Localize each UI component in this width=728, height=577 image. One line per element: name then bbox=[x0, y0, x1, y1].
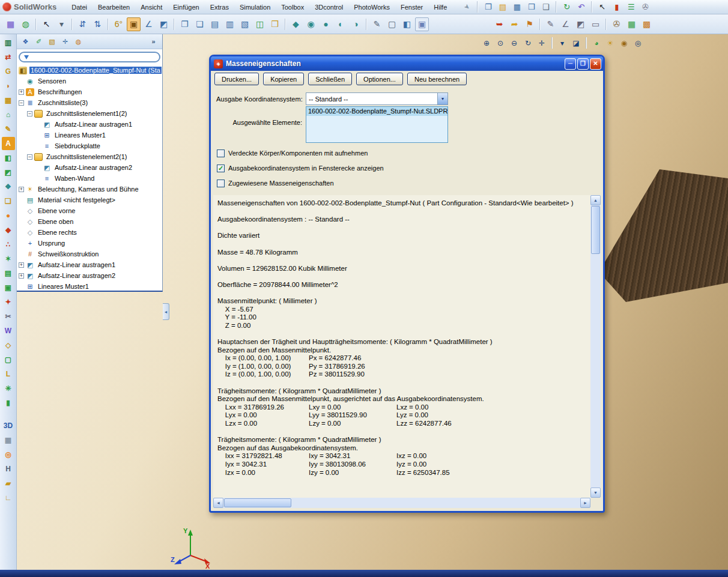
doc-grid-icon[interactable]: ▤ bbox=[208, 17, 222, 31]
plus-expander-icon[interactable]: + bbox=[19, 187, 24, 192]
section-properties-icon[interactable]: ◩ bbox=[157, 17, 171, 31]
minus-expander-icon[interactable]: − bbox=[27, 111, 32, 116]
tree-item[interactable]: +Ursprung bbox=[17, 238, 162, 249]
green-box-tool-icon[interactable]: ▣ bbox=[2, 281, 15, 294]
doc-blue-icon[interactable]: ❐ bbox=[178, 17, 192, 31]
calc-grid-icon[interactable]: ▩ bbox=[640, 17, 654, 31]
panel-toggle-icon[interactable]: ▣ bbox=[415, 17, 429, 31]
doc-gold-icon[interactable]: ❒ bbox=[268, 17, 282, 31]
tools-icon[interactable]: ✇ bbox=[610, 17, 623, 31]
horizontal-scroll-thumb[interactable] bbox=[224, 498, 291, 507]
scroll-down-button[interactable]: ▼ bbox=[590, 488, 601, 498]
rebuild-icon[interactable]: ↻ bbox=[560, 1, 573, 13]
tree-item[interactable]: −≣Zuschnittsliste(3) bbox=[17, 97, 162, 108]
propertymanager-tab-icon[interactable]: ✐ bbox=[33, 36, 44, 47]
tree-item[interactable]: +◩Aufsatz-Linear austragen1 bbox=[17, 259, 162, 270]
dimension-standard-icon[interactable]: 6° bbox=[112, 17, 126, 31]
annotation-tool-icon[interactable]: A bbox=[2, 137, 15, 150]
tree-item[interactable]: ◉Sensoren bbox=[17, 76, 162, 86]
stop-bar-icon[interactable]: ▮ bbox=[610, 1, 623, 13]
w-tool-icon[interactable]: W bbox=[2, 324, 15, 337]
ruler-icon[interactable]: ▭ bbox=[589, 17, 602, 31]
options-wrench-icon[interactable]: ✇ bbox=[639, 1, 652, 13]
export-arrow-icon[interactable]: ➦ bbox=[508, 17, 521, 31]
h-tool-icon[interactable]: H bbox=[2, 462, 15, 476]
pan-view-icon[interactable]: ✛ bbox=[536, 37, 548, 49]
tree-item[interactable]: ⊞Lineares Muster1 bbox=[17, 130, 162, 140]
wire-box-icon[interactable]: ▢ bbox=[385, 17, 399, 31]
zoom-fit-icon[interactable]: ⊕ bbox=[481, 37, 493, 49]
maximize-button[interactable]: ❒ bbox=[577, 58, 589, 70]
tree-item[interactable]: #Schweißkonstruktion bbox=[17, 249, 162, 259]
menu-toolbox[interactable]: Toolbox bbox=[276, 2, 309, 13]
button-neu-berechnen[interactable]: Neu berechnen bbox=[407, 73, 467, 85]
featuremanager-tab-icon[interactable]: ❖ bbox=[20, 36, 31, 47]
pitcher-tool-icon[interactable]: ◗ bbox=[2, 79, 15, 92]
menu-bearbeiten[interactable]: Bearbeiten bbox=[93, 2, 135, 13]
button-drucken-[interactable]: Drucken... bbox=[214, 73, 259, 85]
menu-simulation[interactable]: Simulation bbox=[234, 2, 276, 13]
menu-datei[interactable]: Datei bbox=[66, 2, 93, 13]
sort-up-down-icon[interactable]: ⇵ bbox=[76, 17, 89, 31]
tree-item[interactable]: −Zuschnittslistenelement2(1) bbox=[17, 151, 162, 162]
scissors-tool-icon[interactable]: ✂ bbox=[2, 310, 15, 323]
menu-hilfe[interactable]: Hilfe bbox=[428, 2, 452, 13]
doc-green-icon[interactable]: ◫ bbox=[253, 17, 267, 31]
corner-square-tool-icon[interactable]: ◩ bbox=[2, 166, 15, 179]
pencil-tool-icon[interactable]: ✎ bbox=[2, 122, 15, 136]
tree-item[interactable]: ◇Ebene rechts bbox=[17, 227, 162, 238]
alert-flag-icon[interactable]: ⚑ bbox=[523, 17, 536, 31]
minimize-button[interactable]: ─ bbox=[565, 58, 576, 70]
section-cut-icon[interactable]: ◩ bbox=[574, 17, 587, 31]
solid-sphere-icon[interactable]: ● bbox=[319, 17, 333, 31]
save-icon[interactable]: ▦ bbox=[511, 1, 523, 13]
open-document-icon[interactable]: ▤ bbox=[496, 1, 509, 13]
filter-box[interactable] bbox=[19, 52, 160, 62]
button-schlie-en[interactable]: Schließen bbox=[308, 73, 352, 85]
pushpin-icon[interactable]: ➤ bbox=[458, 0, 476, 16]
molecule-tool-icon[interactable]: ✶ bbox=[2, 252, 15, 265]
l-bracket-tool-icon[interactable]: L bbox=[2, 367, 15, 381]
dimxpertmanager-tab-icon[interactable]: ✛ bbox=[59, 36, 71, 47]
undo-icon[interactable]: ↶ bbox=[575, 1, 587, 13]
green-grid-tool-icon[interactable]: ▤ bbox=[2, 267, 15, 280]
doc-hatch-icon[interactable]: ▧ bbox=[238, 17, 252, 31]
tree-item[interactable]: ◇Ebene vorne bbox=[17, 205, 162, 216]
checkbox-unchecked[interactable] bbox=[217, 150, 225, 157]
combo-dropdown-icon[interactable]: ▼ bbox=[437, 93, 447, 104]
measure-icon[interactable]: ∠ bbox=[142, 17, 156, 31]
configurationmanager-tab-icon[interactable]: ▧ bbox=[46, 36, 58, 47]
threed-sketch-tool-icon[interactable]: 3D bbox=[2, 419, 15, 432]
green-bar-tool-icon[interactable]: ▮ bbox=[2, 396, 15, 409]
checkbox-row[interactable]: Zugewiesene Masseneigenschaften bbox=[217, 178, 384, 188]
tree-item[interactable]: ◩Aufsatz-Linear austragen2 bbox=[17, 162, 162, 173]
view-sphere-icon[interactable]: ◍ bbox=[19, 17, 32, 31]
tab-overflow-icon[interactable]: » bbox=[148, 36, 159, 47]
tree-item[interactable]: +◩Aufsatz-Linear austragen2 bbox=[17, 270, 162, 281]
toolbox-grid-icon[interactable]: ▦ bbox=[625, 17, 639, 31]
save-all-icon[interactable]: ❒ bbox=[525, 1, 538, 13]
half-square-tool-icon[interactable]: ◧ bbox=[2, 151, 15, 165]
tree-item[interactable]: ▤Material <nicht festgelegt> bbox=[17, 195, 162, 205]
vertical-scrollbar[interactable]: ▲ ▼ bbox=[590, 195, 601, 498]
displaymanager-tab-icon[interactable]: ◍ bbox=[73, 36, 84, 47]
red-star-tool-icon[interactable]: ✦ bbox=[2, 295, 15, 309]
select-dropdown-icon[interactable]: ▾ bbox=[55, 17, 68, 31]
solid-diamond-icon[interactable]: ◆ bbox=[289, 17, 303, 31]
checkbox-row[interactable]: Verdeckte Körper/Komponenten mit aufnehm… bbox=[217, 148, 384, 158]
print-icon[interactable]: ❑ bbox=[539, 1, 552, 13]
plus-expander-icon[interactable]: + bbox=[19, 273, 24, 279]
angle-measure-icon[interactable]: ∠ bbox=[559, 17, 572, 31]
minus-expander-icon[interactable]: − bbox=[19, 100, 24, 106]
rotate-view-icon[interactable]: ↻ bbox=[522, 37, 534, 49]
tree-item[interactable]: ◩Aufsatz-Linear austragen1 bbox=[17, 119, 162, 130]
tree-item[interactable]: ◇Ebene oben bbox=[17, 216, 162, 227]
tree-root-item[interactable]: ◧ 1600-002-002-Bodenplatte_Stumpf-Nut (S… bbox=[17, 65, 162, 76]
navigation-compass-icon[interactable]: ◎ bbox=[632, 37, 644, 49]
horizontal-scrollbar[interactable]: ◄ ► bbox=[213, 498, 590, 508]
plus-expander-icon[interactable]: + bbox=[19, 262, 24, 268]
menu-ansicht[interactable]: Ansicht bbox=[135, 2, 168, 13]
selected-items-list[interactable]: 1600-002-002-Bodenplatte_Stumpf-Nut.SLDP… bbox=[306, 106, 448, 143]
minus-expander-icon[interactable]: − bbox=[27, 154, 32, 160]
dots-tool-icon[interactable]: ∴ bbox=[2, 238, 15, 251]
